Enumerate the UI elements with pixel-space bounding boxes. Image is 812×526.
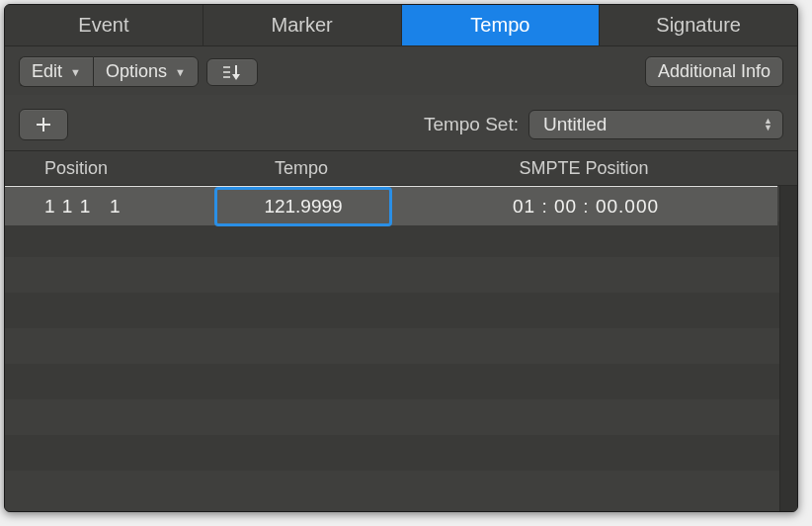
additional-info-label: Additional Info — [658, 61, 771, 82]
table-body: 1 1 1 1 121.9999 01 : 00 : 00.000 — [5, 186, 797, 511]
edit-options-group: Edit ▼ Options ▼ — [19, 56, 199, 87]
table-row[interactable]: 1 1 1 1 121.9999 01 : 00 : 00.000 — [5, 186, 777, 225]
tempo-set-select[interactable]: Untitled ▲▼ — [528, 110, 783, 139]
tempo-list-window: Event Marker Tempo Signature Edit ▼ Opti… — [4, 4, 798, 512]
tempo-set-label: Tempo Set: — [424, 114, 519, 135]
header-position[interactable]: Position — [5, 158, 212, 179]
cell-smpte-position[interactable]: 01 : 00 : 00.000 — [394, 196, 777, 218]
cell-tempo-editing[interactable]: 121.9999 — [214, 187, 392, 226]
sub-toolbar: Tempo Set: Untitled ▲▼ — [5, 95, 797, 150]
add-tempo-event-button[interactable] — [19, 109, 68, 140]
plus-icon — [36, 117, 51, 132]
edit-menu[interactable]: Edit ▼ — [19, 56, 93, 87]
catch-playhead-button[interactable] — [206, 58, 258, 86]
header-smpte[interactable]: SMPTE Position — [390, 158, 777, 179]
tab-bar: Event Marker Tempo Signature — [5, 5, 797, 46]
cell-position[interactable]: 1 1 1 1 — [5, 196, 212, 218]
options-menu[interactable]: Options ▼ — [93, 56, 199, 87]
tab-marker[interactable]: Marker — [203, 5, 402, 45]
chevron-down-icon: ▼ — [70, 66, 81, 78]
tab-signature[interactable]: Signature — [600, 5, 797, 45]
toolbar: Edit ▼ Options ▼ Additional Info — [5, 46, 797, 95]
chevron-down-icon: ▼ — [175, 66, 186, 78]
tempo-set-value: Untitled — [543, 114, 607, 135]
tab-event[interactable]: Event — [5, 5, 203, 45]
edit-menu-label: Edit — [32, 61, 62, 82]
playhead-catch-icon — [221, 63, 243, 81]
options-menu-label: Options — [106, 61, 167, 82]
tab-tempo[interactable]: Tempo — [402, 5, 601, 45]
tempo-value: 121.9999 — [264, 196, 342, 218]
additional-info-button[interactable]: Additional Info — [645, 56, 783, 87]
table-header: Position Tempo SMPTE Position — [5, 150, 797, 186]
tempo-table: Position Tempo SMPTE Position 1 1 1 1 12… — [5, 150, 797, 511]
header-tempo[interactable]: Tempo — [212, 158, 390, 179]
vertical-scrollbar[interactable] — [779, 186, 797, 511]
stepper-arrows-icon: ▲▼ — [764, 118, 772, 132]
